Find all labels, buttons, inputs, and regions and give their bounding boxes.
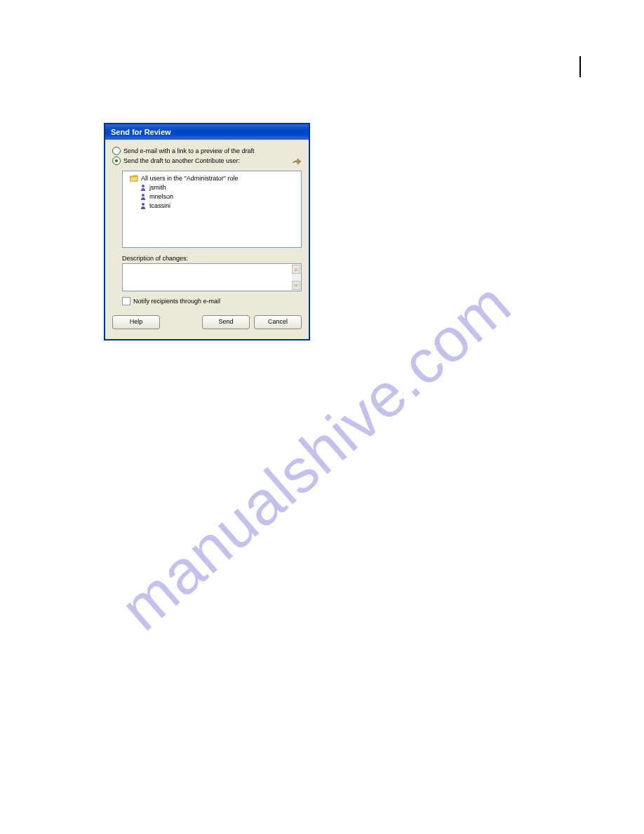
user-item-label: jsmith bbox=[149, 184, 166, 191]
radio-send-draft-row: Send the draft to another Contribute use… bbox=[112, 157, 302, 166]
forward-arrow-icon[interactable] bbox=[292, 157, 302, 166]
notify-label: Notify recipients through e-mail bbox=[133, 298, 220, 305]
cancel-button[interactable]: Cancel bbox=[254, 315, 302, 329]
text-cursor-mark bbox=[579, 56, 581, 77]
user-item-jsmith[interactable]: jsmith bbox=[126, 183, 298, 192]
svg-point-0 bbox=[142, 185, 145, 187]
folder-icon bbox=[130, 175, 138, 182]
radio-selected-icon bbox=[112, 157, 121, 165]
radio-send-email-preview[interactable]: Send e-mail with a link to a preview of … bbox=[112, 147, 302, 155]
svg-point-2 bbox=[142, 203, 145, 206]
notify-checkbox-row[interactable]: Notify recipients through e-mail bbox=[122, 297, 302, 305]
button-row: Help Send Cancel bbox=[112, 315, 302, 332]
user-item-label: mnelson bbox=[149, 193, 173, 200]
description-textarea[interactable] bbox=[122, 263, 302, 291]
description-scrollbar[interactable] bbox=[292, 265, 300, 290]
scroll-up-icon[interactable] bbox=[292, 265, 300, 274]
dialog-titlebar[interactable]: Send for Review bbox=[105, 124, 309, 140]
user-item-tcassini[interactable]: tcassini bbox=[126, 201, 298, 210]
person-icon bbox=[140, 193, 147, 200]
description-label: Description of changes: bbox=[122, 255, 302, 262]
watermark-text: manualshive.com bbox=[0, 110, 644, 803]
dialog-body: Send e-mail with a link to a preview of … bbox=[105, 140, 309, 339]
user-group-row[interactable]: All users in the "Administrator" role bbox=[126, 174, 298, 183]
radio-selected-dot bbox=[115, 159, 118, 162]
user-list-box[interactable]: All users in the "Administrator" role js… bbox=[122, 171, 302, 248]
scroll-down-icon[interactable] bbox=[292, 281, 300, 290]
radio-send-draft-user[interactable]: Send the draft to another Contribute use… bbox=[112, 157, 240, 165]
radio-send-draft-label: Send the draft to another Contribute use… bbox=[123, 157, 240, 164]
user-group-label: All users in the "Administrator" role bbox=[141, 175, 238, 182]
checkbox-unchecked-icon bbox=[122, 297, 130, 305]
person-icon bbox=[140, 202, 147, 209]
button-group-right: Send Cancel bbox=[202, 315, 302, 329]
help-button[interactable]: Help bbox=[112, 315, 160, 329]
send-button[interactable]: Send bbox=[202, 315, 250, 329]
person-icon bbox=[140, 184, 147, 191]
send-for-review-dialog: Send for Review Send e-mail with a link … bbox=[104, 123, 310, 340]
dialog-title: Send for Review bbox=[111, 128, 171, 136]
user-item-label: tcassini bbox=[149, 202, 170, 209]
radio-send-email-label: Send e-mail with a link to a preview of … bbox=[123, 147, 255, 154]
user-item-mnelson[interactable]: mnelson bbox=[126, 192, 298, 201]
svg-point-1 bbox=[142, 194, 145, 197]
radio-unselected-icon bbox=[112, 147, 121, 155]
